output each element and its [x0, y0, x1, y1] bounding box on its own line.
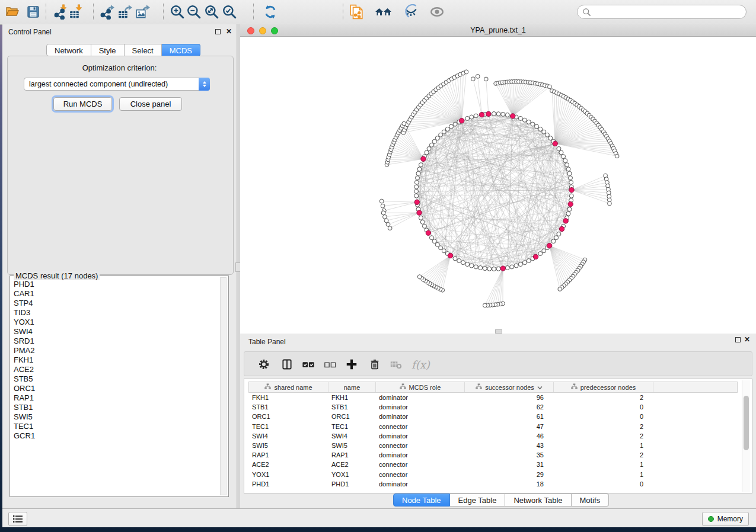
table-row[interactable]: ACE2ACE2connector311: [248, 460, 738, 469]
mcds-result-item[interactable]: CAR1: [12, 289, 219, 299]
delete-column-trash-icon[interactable]: [369, 357, 381, 371]
export-image-icon[interactable]: [134, 3, 152, 21]
select-all-rows-icon[interactable]: [301, 357, 315, 371]
export-table-icon[interactable]: [116, 3, 134, 21]
mcds-result-item[interactable]: ORC1: [12, 384, 219, 393]
tab-mcds[interactable]: MCDS: [162, 44, 200, 56]
search-box[interactable]: [577, 5, 747, 19]
tab-network-table[interactable]: Network Table: [505, 493, 571, 507]
cell: 35: [464, 450, 553, 460]
home-views-icon[interactable]: [375, 3, 393, 21]
float-table-panel-icon[interactable]: [735, 337, 741, 342]
delete-table-icon-disabled: [389, 357, 403, 371]
memory-button[interactable]: Memory: [702, 512, 749, 526]
network-document-icon[interactable]: [347, 3, 365, 21]
cell: 61: [464, 412, 553, 421]
cell: dominator: [375, 402, 464, 412]
tab-select[interactable]: Select: [125, 44, 162, 56]
toolbar-separator: [163, 4, 164, 20]
tab-network[interactable]: Network: [46, 44, 91, 56]
table-row[interactable]: SWI4SWI4dominator462: [248, 431, 738, 441]
mcds-result-item[interactable]: GCR1: [12, 431, 219, 441]
optimization-criterion-value: largest connected component (undirected): [24, 80, 199, 88]
close-table-panel-icon[interactable]: ✕: [744, 335, 750, 344]
column-header-shared-name[interactable]: shared name: [249, 382, 328, 392]
table-row[interactable]: SWI5SWI5connector431: [248, 441, 738, 450]
cell: dominator: [375, 431, 464, 441]
table-row[interactable]: STB1STB1dominator620: [248, 402, 738, 412]
network-view-canvas[interactable]: [240, 37, 756, 334]
table-toolbar: f(x): [244, 351, 752, 376]
control-panel: Control Panel ✕ NetworkStyleSelectMCDS O…: [2, 24, 237, 508]
optimization-criterion-select[interactable]: largest connected component (undirected): [24, 78, 210, 91]
show-columns-icon[interactable]: [281, 357, 293, 371]
table-row[interactable]: TEC1TEC1connector472: [248, 422, 738, 431]
zoom-fit-icon[interactable]: [203, 3, 221, 21]
cell: [653, 450, 738, 460]
mcds-list-scrollbar[interactable]: [220, 277, 227, 495]
mcds-result-item[interactable]: ACE2: [12, 365, 219, 374]
cell: 1: [553, 441, 653, 450]
cell: dominator: [375, 479, 464, 489]
search-input[interactable]: [591, 7, 746, 17]
table-row[interactable]: ORC1ORC1dominator610: [248, 412, 738, 421]
zoom-selected-icon[interactable]: [221, 3, 238, 21]
mcds-result-item[interactable]: SWI5: [12, 412, 219, 422]
toolbar-separator: [46, 4, 46, 20]
open-folder-icon[interactable]: [4, 3, 21, 21]
mcds-result-item[interactable]: RAP1: [12, 393, 219, 403]
tab-style[interactable]: Style: [91, 44, 125, 56]
add-column-icon[interactable]: [345, 357, 358, 371]
tab-edge-table[interactable]: Edge Table: [450, 493, 506, 507]
task-history-button[interactable]: [8, 512, 27, 526]
close-panel-button[interactable]: Close panel: [119, 97, 182, 111]
close-panel-icon[interactable]: ✕: [226, 27, 232, 36]
table-settings-gear-icon[interactable]: [257, 357, 270, 371]
table-panel-title: Table Panel: [248, 338, 286, 346]
mcds-result-item[interactable]: PMA2: [12, 346, 219, 355]
import-table-icon[interactable]: [68, 3, 85, 21]
network-graph[interactable]: [240, 37, 756, 334]
table-scrollbar-thumb[interactable]: [744, 396, 749, 450]
mcds-result-item[interactable]: STB1: [12, 403, 219, 412]
zoom-out-icon[interactable]: [185, 3, 203, 21]
cell: [653, 479, 738, 489]
mcds-result-item[interactable]: YOX1: [12, 318, 219, 327]
mcds-result-item[interactable]: STP4: [12, 299, 219, 308]
table-row[interactable]: RAP1RAP1dominator352: [248, 450, 738, 460]
zoom-in-icon[interactable]: [168, 3, 186, 21]
mcds-result-item[interactable]: SRD1: [12, 336, 219, 346]
table-row[interactable]: FKH1FKH1dominator962: [248, 393, 738, 402]
cell: 2: [553, 450, 653, 460]
horizontal-splitter-handle[interactable]: [495, 329, 502, 334]
table-scrollbar[interactable]: [742, 380, 750, 492]
hide-view-icon[interactable]: [402, 3, 420, 21]
tab-motifs[interactable]: Motifs: [572, 493, 610, 507]
control-panel-header: Control Panel ✕: [2, 24, 237, 40]
table-row[interactable]: PHD1PHD1dominator180: [248, 479, 738, 489]
float-panel-icon[interactable]: [215, 29, 221, 34]
mcds-result-item[interactable]: FKH1: [12, 355, 219, 365]
column-header-successor-nodes[interactable]: successor nodes: [465, 382, 554, 392]
mcds-result-item[interactable]: STB5: [12, 374, 219, 384]
mcds-result-item[interactable]: TID3: [12, 308, 219, 318]
refresh-icon[interactable]: [261, 3, 279, 21]
column-header-predecessor-nodes[interactable]: predecessor nodes: [554, 382, 653, 392]
column-header-name[interactable]: name: [328, 382, 376, 392]
cell: dominator: [375, 412, 464, 421]
show-view-icon[interactable]: [428, 3, 446, 21]
cell: [653, 393, 738, 402]
main-toolbar: [0, 0, 756, 25]
deselect-all-rows-icon[interactable]: [324, 357, 337, 371]
export-network-icon[interactable]: [98, 3, 116, 21]
mcds-result-item[interactable]: TEC1: [12, 422, 219, 431]
column-header-MCDS-role[interactable]: MCDS role: [376, 382, 465, 392]
tab-node-table[interactable]: Node Table: [393, 493, 450, 507]
cell: [653, 441, 738, 450]
save-icon[interactable]: [24, 3, 42, 21]
mcds-result-item[interactable]: SWI4: [12, 327, 219, 336]
mcds-result-item[interactable]: PHD1: [12, 280, 219, 289]
toolbar-separator: [343, 4, 343, 20]
table-row[interactable]: YOX1YOX1connector291: [248, 470, 738, 479]
run-mcds-button[interactable]: Run MCDS: [53, 97, 112, 111]
